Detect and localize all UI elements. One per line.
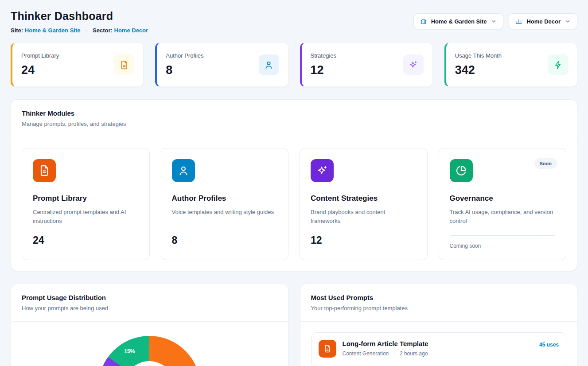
sector-selector-button[interactable]: Home Decor [509,13,577,29]
module-title: Content Strategies [311,194,417,203]
prompt-list-item[interactable]: Long-form Article Template Content Gener… [311,332,567,366]
usage-distribution-card: Prompt Usage Distribution How your promp… [11,284,288,366]
dashboard-page: Thinker Dashboard Site: Home & Garden Si… [0,0,588,366]
modules-subtitle: Manage prompts, profiles, and strategies [22,121,566,127]
stat-text: Author Profiles 8 [166,52,203,77]
modules-panel-header: Thinker Modules Manage prompts, profiles… [11,100,577,137]
chart-body: 15% [11,322,288,366]
site-selector-label: Home & Garden Site [431,18,487,25]
module-card-prompt-library[interactable]: Prompt Library Centralized prompt templa… [22,148,150,260]
document-icon [39,165,50,176]
stat-icon-box [548,55,568,75]
module-description: Brand playbooks and content frameworks [311,208,417,226]
header-selectors: Home & Garden Site Home Decor [413,10,577,29]
chevron-down-icon [491,18,497,24]
usage-title: Prompt Usage Distribution [22,294,277,301]
sector-selector-label: Home Decor [526,18,561,25]
module-icon-tile [33,159,56,182]
prompts-subtitle: Your top-performing prompt templates [311,305,567,311]
stats-row: Prompt Library 24 Author Profiles 8 Stra… [11,43,577,87]
stat-icon-box [114,55,134,75]
usage-card-header: Prompt Usage Distribution How your promp… [11,284,288,322]
modules-title: Thinker Modules [22,109,566,117]
bottom-row: Prompt Usage Distribution How your promp… [11,271,577,366]
site-link[interactable]: Home & Garden Site [25,27,81,34]
prompts-card-header: Most Used Prompts Your top-performing pr… [300,284,577,322]
module-title: Author Profiles [172,194,278,203]
prompt-category: Content Generation [343,350,389,357]
stat-card-strategies: Strategies 12 [300,43,433,87]
document-icon [120,60,129,70]
prompt-meta: Content Generation · 2 hours ago [343,350,533,357]
separator-dot: · [86,27,87,34]
soon-badge: Soon [534,158,557,169]
stat-value: 24 [21,63,59,77]
module-description: Track AI usage, compliance, and version … [450,208,556,226]
stat-icon-box [403,55,424,75]
person-icon [178,165,189,176]
most-used-prompts-card: Most Used Prompts Your top-performing pr… [300,284,578,366]
prompt-timestamp: 2 hours ago [400,350,428,357]
stat-label: Strategies [311,52,337,59]
module-icon-tile [172,159,195,182]
header-left: Thinker Dashboard Site: Home & Garden Si… [11,10,148,34]
stat-text: Strategies 12 [311,52,337,77]
site-selector-button[interactable]: Home & Garden Site [413,13,504,29]
module-card-governance[interactable]: Soon Governance Track AI usage, complian… [439,148,567,260]
prompt-uses-badge: 45 uses [539,342,559,348]
stat-text: Usage This Month 342 [455,52,502,77]
prompt-title: Long-form Article Template [343,340,533,347]
module-icon-tile [311,159,334,182]
sparkle-icon [316,165,328,176]
stat-value: 8 [166,63,203,77]
separator-dot: · [393,350,395,357]
module-card-content-strategies[interactable]: Content Strategies Brand playbooks and c… [300,148,428,260]
module-card-author-profiles[interactable]: Author Profiles Voice templates and writ… [161,148,289,260]
prompt-info: Long-form Article Template Content Gener… [343,340,533,357]
coming-soon-text: Coming soon [450,243,556,249]
stat-card-author-profiles: Author Profiles 8 [155,43,288,87]
stat-label: Usage This Month [455,52,502,59]
chevron-down-icon [565,18,571,24]
stat-icon-box [259,55,279,75]
prompts-list: Long-form Article Template Content Gener… [300,322,577,366]
module-description: Voice templates and writing style guides [172,208,278,226]
module-description: Centralized prompt templates and AI inst… [33,208,139,226]
building-icon [420,18,427,25]
module-title: Governance [450,194,556,203]
modules-grid: Prompt Library Centralized prompt templa… [11,137,577,271]
stat-value: 342 [455,63,502,77]
sparkle-icon [409,60,418,70]
person-icon [264,60,273,70]
prompts-title: Most Used Prompts [311,294,567,301]
donut-chart: 15% [98,336,200,366]
sector-label: Sector: [93,27,113,34]
page-title: Thinker Dashboard [11,10,148,23]
modules-panel: Thinker Modules Manage prompts, profiles… [11,99,577,271]
stat-text: Prompt Library 24 [21,52,59,77]
module-count: 12 [311,234,417,246]
document-icon [323,345,331,353]
stat-value: 12 [311,63,337,77]
prompt-icon-tile [319,340,336,358]
pie-chart-icon [456,165,467,176]
site-sector-line: Site: Home & Garden Site · Sector: Home … [11,27,148,34]
header: Thinker Dashboard Site: Home & Garden Si… [11,10,577,34]
stat-card-prompt-library: Prompt Library 24 [11,43,144,87]
module-count: 24 [33,234,139,246]
stat-label: Author Profiles [166,52,203,59]
sector-link[interactable]: Home Decor [114,27,148,34]
bar-chart-icon [515,18,522,25]
usage-subtitle: How your prompts are being used [22,305,277,311]
module-title: Prompt Library [33,194,139,203]
module-icon-tile [450,159,473,182]
stat-label: Prompt Library [21,52,59,59]
module-divider [450,235,556,236]
donut-segment-label: 15% [124,348,135,354]
stat-card-usage: Usage This Month 342 [444,43,577,87]
site-label: Site: [11,27,23,34]
module-count: 8 [172,234,278,246]
lightning-icon [553,60,563,70]
